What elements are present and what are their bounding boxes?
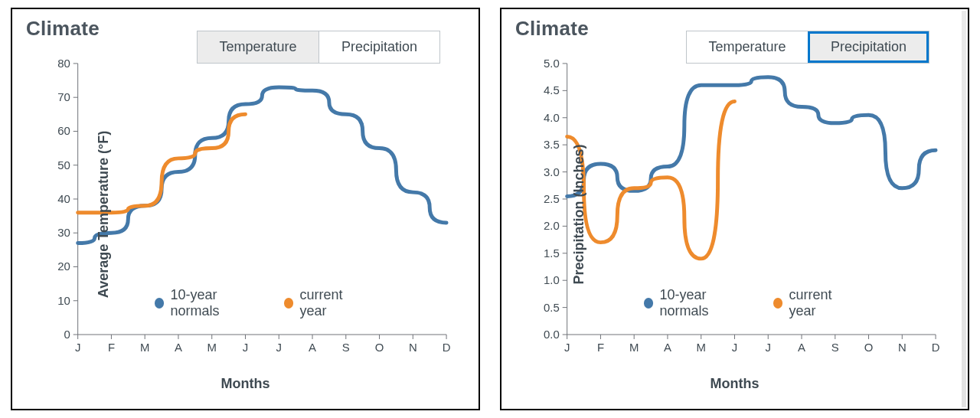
scrollbar-hint: [962, 11, 966, 407]
svg-text:50: 50: [57, 159, 70, 171]
svg-text:5.0: 5.0: [544, 57, 560, 70]
svg-text:20: 20: [57, 260, 70, 273]
svg-text:J: J: [732, 341, 737, 354]
svg-text:J: J: [564, 341, 570, 354]
svg-text:M: M: [140, 341, 149, 354]
legend-dot-normals-icon: [644, 298, 654, 309]
temperature-chart: 01020304050607080JFMAMJJASOND: [31, 54, 457, 374]
climate-panel-precipitation: Climate Temperature Precipitation 0.00.5…: [500, 8, 969, 410]
legend-item-normals: 10-year normals: [155, 287, 263, 319]
svg-text:2.5: 2.5: [544, 193, 560, 205]
svg-text:J: J: [276, 341, 282, 354]
plot-area: 01020304050607080JFMAMJJASOND Average Te…: [31, 54, 457, 374]
svg-text:4.0: 4.0: [544, 112, 560, 124]
svg-text:60: 60: [57, 125, 70, 137]
svg-text:10: 10: [57, 295, 70, 307]
svg-text:M: M: [697, 341, 706, 354]
svg-text:4.5: 4.5: [544, 84, 560, 96]
svg-text:2.0: 2.0: [544, 220, 560, 232]
svg-text:J: J: [243, 341, 248, 354]
y-axis-label: Precipitation (Inches): [571, 144, 587, 284]
legend: 10-year normals current year: [644, 287, 858, 319]
legend-dot-current-icon: [773, 298, 783, 309]
plot-area: 0.00.51.01.52.02.53.03.54.04.55.0JFMAMJJ…: [520, 54, 946, 374]
legend-item-current: current year: [284, 287, 368, 319]
svg-text:N: N: [409, 341, 417, 354]
legend-item-current: current year: [773, 287, 857, 319]
svg-text:S: S: [342, 341, 350, 354]
x-axis-label: Months: [515, 376, 954, 392]
svg-text:F: F: [108, 341, 115, 354]
svg-text:O: O: [864, 341, 874, 354]
legend-label-normals: 10-year normals: [170, 287, 262, 319]
x-axis-label: Months: [26, 376, 465, 392]
svg-text:A: A: [175, 341, 182, 354]
svg-text:N: N: [898, 341, 906, 354]
svg-text:A: A: [798, 341, 805, 354]
svg-text:40: 40: [57, 193, 70, 205]
svg-text:J: J: [75, 341, 80, 354]
svg-text:80: 80: [57, 57, 70, 70]
legend: 10-year normals current year: [155, 287, 368, 319]
svg-text:70: 70: [57, 91, 70, 103]
legend-label-current: current year: [299, 287, 368, 319]
svg-text:D: D: [932, 341, 940, 354]
legend-dot-current-icon: [284, 298, 294, 309]
svg-text:1.5: 1.5: [544, 247, 560, 260]
svg-text:A: A: [664, 341, 671, 354]
svg-text:M: M: [207, 341, 217, 354]
svg-text:O: O: [375, 341, 384, 354]
svg-text:0.5: 0.5: [544, 302, 560, 314]
svg-text:S: S: [831, 341, 839, 354]
svg-text:A: A: [309, 341, 316, 354]
legend-dot-normals-icon: [155, 298, 165, 309]
svg-text:1.0: 1.0: [544, 274, 560, 286]
svg-text:F: F: [597, 341, 604, 354]
climate-panel-temperature: Climate Temperature Precipitation 010203…: [11, 8, 480, 410]
legend-item-normals: 10-year normals: [644, 287, 752, 319]
svg-text:0.0: 0.0: [544, 328, 560, 341]
svg-text:30: 30: [57, 227, 70, 239]
svg-text:3.0: 3.0: [544, 166, 560, 178]
svg-text:J: J: [766, 341, 771, 354]
stage: Climate Temperature Precipitation 010203…: [0, 0, 980, 418]
svg-text:3.5: 3.5: [544, 139, 560, 151]
svg-text:D: D: [443, 341, 451, 354]
svg-text:0: 0: [64, 328, 70, 341]
y-axis-label: Average Temperature (°F): [96, 131, 112, 298]
legend-label-normals: 10-year normals: [659, 287, 751, 319]
legend-label-current: current year: [789, 287, 857, 319]
svg-text:M: M: [629, 341, 639, 354]
